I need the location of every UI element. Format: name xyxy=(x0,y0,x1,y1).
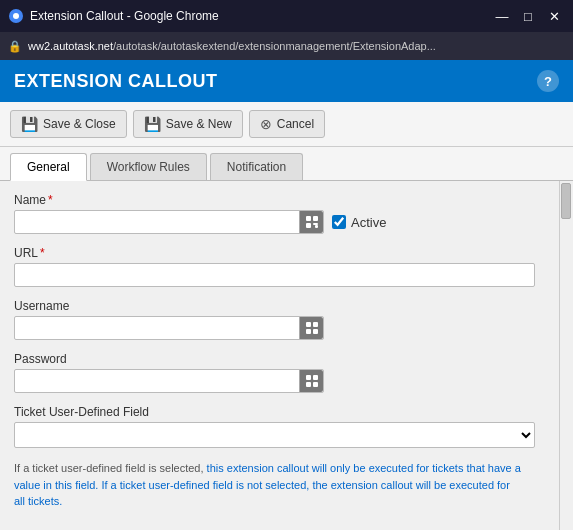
window-controls: — □ ✕ xyxy=(491,5,565,27)
title-bar-left: Extension Callout - Google Chrome xyxy=(8,8,219,24)
svg-rect-2 xyxy=(306,216,311,221)
username-field-group: Username xyxy=(14,299,535,340)
name-field-picker-icon[interactable] xyxy=(299,211,323,233)
chrome-icon xyxy=(8,8,24,24)
svg-rect-10 xyxy=(313,329,318,334)
active-checkbox-group: Active xyxy=(332,215,386,230)
username-input-wrapper xyxy=(14,316,324,340)
svg-rect-8 xyxy=(313,322,318,327)
url-domain: ww2.autotask.net xyxy=(28,40,113,52)
url-required-indicator: * xyxy=(40,246,45,260)
ticket-field-label: Ticket User-Defined Field xyxy=(14,405,535,419)
password-picker-svg xyxy=(305,374,319,388)
save-new-icon: 💾 xyxy=(144,116,161,132)
address-url[interactable]: ww2.autotask.net/autotask/autotaskextend… xyxy=(28,40,436,52)
save-close-button[interactable]: 💾 Save & Close xyxy=(10,110,127,138)
app-window: Extension Callout - Google Chrome — □ ✕ … xyxy=(0,0,573,530)
password-label: Password xyxy=(14,352,535,366)
tabs-and-content: General Workflow Rules Notification Name… xyxy=(0,147,573,530)
svg-rect-13 xyxy=(306,382,311,387)
password-field-group: Password xyxy=(14,352,535,393)
cancel-label: Cancel xyxy=(277,117,314,131)
content-scroll-area: Name* xyxy=(0,181,573,530)
svg-rect-4 xyxy=(306,223,311,228)
url-field-group: URL* xyxy=(14,246,535,287)
tab-general[interactable]: General xyxy=(10,153,87,181)
password-field-picker-icon[interactable] xyxy=(299,370,323,392)
name-required-indicator: * xyxy=(48,193,53,207)
scrollbar-track[interactable] xyxy=(559,181,573,530)
ticket-field-group: Ticket User-Defined Field xyxy=(14,405,535,448)
svg-rect-11 xyxy=(306,375,311,380)
save-new-label: Save & New xyxy=(166,117,232,131)
username-picker-svg xyxy=(305,321,319,335)
close-button[interactable]: ✕ xyxy=(543,5,565,27)
tab-workflow-rules[interactable]: Workflow Rules xyxy=(90,153,207,180)
window-title: Extension Callout - Google Chrome xyxy=(30,9,219,23)
name-field-group: Name* xyxy=(14,193,535,234)
info-text-highlight: this extension callout will only be exec… xyxy=(14,462,521,507)
svg-rect-3 xyxy=(313,216,318,221)
url-label: URL* xyxy=(14,246,535,260)
svg-point-1 xyxy=(13,13,19,19)
name-input-wrapper xyxy=(14,210,324,234)
svg-rect-14 xyxy=(313,382,318,387)
app-title: EXTENSION CALLOUT xyxy=(14,71,218,92)
svg-rect-6 xyxy=(315,225,318,228)
username-field-picker-icon[interactable] xyxy=(299,317,323,339)
url-path: /autotask/autotaskextend/extensionmanage… xyxy=(113,40,436,52)
svg-rect-5 xyxy=(313,223,318,225)
svg-rect-9 xyxy=(306,329,311,334)
scrollbar-thumb[interactable] xyxy=(561,183,571,219)
password-input-wrapper xyxy=(14,369,324,393)
ssl-lock-icon: 🔒 xyxy=(8,40,22,53)
svg-rect-12 xyxy=(313,375,318,380)
save-close-label: Save & Close xyxy=(43,117,116,131)
name-label: Name* xyxy=(14,193,535,207)
address-bar: 🔒 ww2.autotask.net/autotask/autotaskexte… xyxy=(0,32,573,60)
active-checkbox[interactable] xyxy=(332,215,346,229)
name-input-row: Active xyxy=(14,210,535,234)
save-close-icon: 💾 xyxy=(21,116,38,132)
username-input[interactable] xyxy=(15,317,299,339)
password-input[interactable] xyxy=(15,370,299,392)
ticket-field-select[interactable] xyxy=(14,422,535,448)
username-label: Username xyxy=(14,299,535,313)
title-bar: Extension Callout - Google Chrome — □ ✕ xyxy=(0,0,573,32)
name-input[interactable] xyxy=(15,211,299,233)
form-content: Name* xyxy=(0,181,559,530)
help-button[interactable]: ? xyxy=(537,70,559,92)
app-header: EXTENSION CALLOUT ? xyxy=(0,60,573,102)
tab-bar: General Workflow Rules Notification xyxy=(0,147,573,181)
cancel-icon: ⊗ xyxy=(260,116,272,132)
maximize-button[interactable]: □ xyxy=(517,5,539,27)
cancel-button[interactable]: ⊗ Cancel xyxy=(249,110,325,138)
svg-rect-7 xyxy=(306,322,311,327)
save-new-button[interactable]: 💾 Save & New xyxy=(133,110,243,138)
tab-notification[interactable]: Notification xyxy=(210,153,303,180)
picker-svg xyxy=(305,215,319,229)
active-label: Active xyxy=(351,215,386,230)
info-text: If a ticket user-defined field is select… xyxy=(14,460,535,510)
url-input[interactable] xyxy=(14,263,535,287)
minimize-button[interactable]: — xyxy=(491,5,513,27)
toolbar: 💾 Save & Close 💾 Save & New ⊗ Cancel xyxy=(0,102,573,147)
